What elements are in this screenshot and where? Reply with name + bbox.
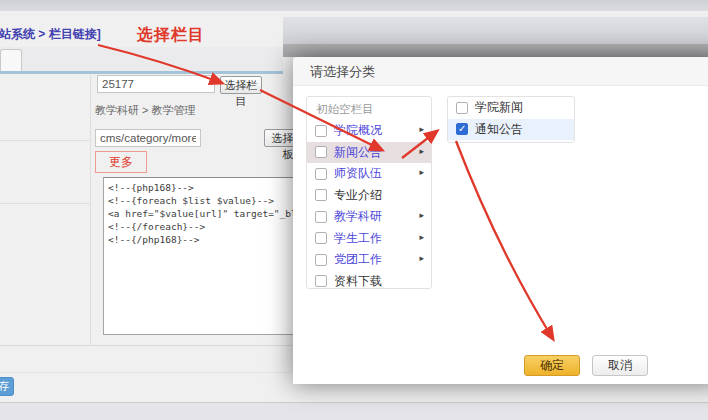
subcategory-item[interactable]: 通知公告	[448, 119, 574, 141]
subcategory-item[interactable]: 学院新闻	[448, 97, 574, 119]
category-item[interactable]: 学生工作 ▸	[307, 228, 431, 250]
row-separator	[0, 203, 90, 204]
subcategory-item-label: 通知公告	[475, 121, 523, 138]
category-item[interactable]: 师资队伍 ▸	[307, 163, 431, 185]
template-path-input[interactable]	[95, 129, 201, 147]
checkbox-unchecked[interactable]	[315, 211, 327, 223]
category-item-label: 新闻公告	[334, 144, 382, 161]
row-separator	[0, 140, 90, 141]
footer-strip	[0, 403, 708, 420]
window-top-bar	[0, 0, 708, 11]
category-id-input[interactable]	[97, 75, 215, 93]
tab-underline	[0, 71, 283, 74]
category-item[interactable]: 党团工作 ▸	[307, 249, 431, 271]
modal-title: 请选择分类	[293, 57, 708, 86]
checkbox-unchecked[interactable]	[315, 168, 327, 180]
cancel-button[interactable]: 取消	[592, 355, 648, 376]
checkbox-unchecked[interactable]	[315, 254, 327, 266]
modal-header: 请选择分类	[293, 57, 708, 86]
category-item-label: 学院概况	[334, 122, 382, 139]
category-item[interactable]: 专业介绍	[307, 185, 431, 207]
checkbox-checked[interactable]	[456, 123, 468, 135]
category-tree-level2: 学院新闻 通知公告	[447, 96, 575, 143]
category-item-label: 资料下载	[334, 273, 382, 290]
screen: 网站系统 > 栏目链接] 选择栏目 选择栏目 教学科研 > 教学管理 选择模板 …	[0, 0, 708, 420]
chevron-right-icon: ▸	[419, 210, 424, 220]
confirm-button[interactable]: 确定	[524, 355, 580, 376]
category-item[interactable]: 教学科研 ▸	[307, 206, 431, 228]
chevron-right-icon: ▸	[419, 232, 424, 242]
more-link-box[interactable]: 更多	[95, 151, 147, 173]
checkbox-unchecked[interactable]	[315, 189, 327, 201]
checkbox-unchecked[interactable]	[315, 232, 327, 244]
category-tree-level1: 初始空栏目 学院概况 ▸ 新闻公告 ▸ 师资队伍 ▸ 专业介绍	[306, 96, 432, 289]
category-item[interactable]: 资料下载	[307, 271, 431, 293]
checkbox-unchecked[interactable]	[315, 275, 327, 287]
select-category-button[interactable]: 选择栏目	[220, 76, 262, 94]
background-panel-upper	[283, 17, 708, 44]
category-path-text: 教学科研 > 教学管理	[95, 103, 196, 118]
checkbox-unchecked[interactable]	[315, 146, 327, 158]
category-item-label: 教学科研	[334, 208, 382, 225]
checkbox-unchecked[interactable]	[456, 102, 468, 114]
chevron-right-icon: ▸	[419, 146, 424, 156]
category-item[interactable]: 学院概况 ▸	[307, 120, 431, 142]
select-category-modal: 请选择分类 初始空栏目 学院概况 ▸ 新闻公告 ▸ 师资队伍 ▸ 专业介绍	[293, 57, 708, 384]
annotation-label: 选择栏目	[137, 25, 205, 46]
category-item-label: 师资队伍	[334, 165, 382, 182]
subcategory-item-label: 学院新闻	[475, 99, 523, 116]
toolbar-separator	[0, 372, 290, 373]
category-item-label: 党团工作	[334, 251, 382, 268]
save-button[interactable]: 保存	[0, 377, 14, 396]
background-panel-shadow	[283, 44, 708, 57]
chevron-right-icon: ▸	[419, 253, 424, 263]
category-item[interactable]: 新闻公告 ▸	[307, 142, 431, 164]
category-tree-header: 初始空栏目	[307, 97, 431, 120]
category-item-label: 专业介绍	[334, 187, 382, 204]
tab[interactable]	[0, 49, 22, 72]
tab-strip	[0, 47, 283, 72]
chevron-right-icon: ▸	[419, 167, 424, 177]
breadcrumb[interactable]: 网站系统 > 栏目链接]	[0, 26, 101, 43]
chevron-right-icon: ▸	[419, 124, 424, 134]
checkbox-unchecked[interactable]	[315, 125, 327, 137]
form-divider	[90, 75, 91, 345]
category-item-label: 学生工作	[334, 230, 382, 247]
